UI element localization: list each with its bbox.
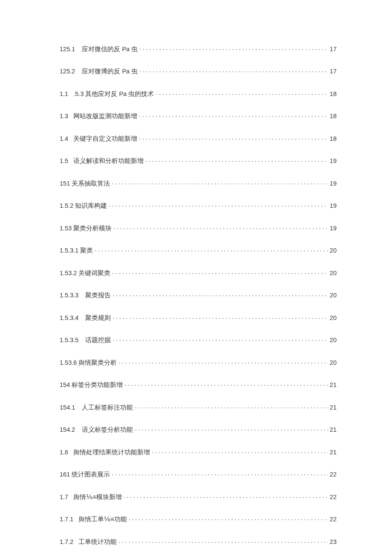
toc-leader-dots <box>139 67 328 74</box>
toc-leader-dots <box>112 471 328 477</box>
toc-gap <box>75 46 82 52</box>
toc-leader-dots <box>118 538 328 544</box>
toc-gap <box>68 90 73 97</box>
toc-list: 125.1 应对微信的反 Pa 虫17125.2 应对微博的反 Pa 虫171.… <box>60 45 337 546</box>
toc-entry: 1.5 语义解读和分析功能新增19 <box>60 157 337 166</box>
toc-page-number: 21 <box>330 404 337 411</box>
toc-label: 关键字自定义功能新增 <box>73 135 137 143</box>
toc-entry: 1.5.2 知识库构建19 <box>60 202 337 210</box>
toc-gap <box>68 157 73 164</box>
toc-gap <box>68 449 73 456</box>
toc-number: 125.1 <box>60 46 75 52</box>
toc-number: 151 关系抽取算法 <box>60 180 110 188</box>
toc-entry: 1.53.6 舆情聚类分析20 <box>60 358 337 367</box>
toc-leader-dots <box>135 426 328 432</box>
toc-leader-dots <box>109 202 328 208</box>
toc-label: 工单统计功能 <box>78 538 117 546</box>
toc-number: 1.5.3.4 <box>60 314 78 321</box>
toc-page-number: 17 <box>330 46 337 52</box>
toc-entry: 161 统计图表展示22 <box>60 471 337 479</box>
toc-number: 1.5.3.5 <box>60 337 78 343</box>
toc-leader-dots <box>124 493 328 499</box>
toc-leader-dots <box>118 358 328 365</box>
toc-leader-dots <box>139 112 328 119</box>
toc-leader-dots <box>113 224 328 230</box>
toc-entry: 1.5.3.4 聚类规则20 <box>60 314 337 322</box>
toc-number: 1.7.2 <box>60 538 73 545</box>
toc-page-number: 23 <box>330 538 337 545</box>
toc-page-number: 19 <box>330 157 337 164</box>
toc-page-number: 19 <box>330 180 337 187</box>
toc-number: 1.5 <box>60 157 68 164</box>
toc-leader-dots <box>129 515 328 522</box>
toc-label: 人工标签标注功能 <box>82 404 133 412</box>
toc-number: 1.5.3.1 聚类 <box>60 247 93 255</box>
toc-label: 聚类报告 <box>85 291 111 299</box>
toc-page-number: 22 <box>330 494 337 500</box>
toc-leader-dots <box>124 381 328 387</box>
toc-number: 1.6 <box>60 449 68 456</box>
toc-entry: 151 关系抽取算法19 <box>60 179 337 188</box>
toc-page-number: 18 <box>330 113 337 119</box>
toc-label: 网站改版监测功能新增 <box>73 112 137 120</box>
toc-leader-dots <box>112 291 328 298</box>
toc-leader-dots <box>95 247 328 253</box>
toc-entry: 1.3 网站改版监测功能新增18 <box>60 112 337 121</box>
toc-leader-dots <box>139 134 328 141</box>
toc-entry: 154 标签分类功能新增21 <box>60 381 337 389</box>
toc-page-number: 20 <box>330 292 337 299</box>
toc-entry: 1.1 .5.3 其他应对反 Pa 虫的技术18 <box>60 90 337 98</box>
toc-gap <box>75 426 82 433</box>
toc-page-number: 20 <box>330 314 337 321</box>
toc-number: 1.53.6 舆情聚类分析 <box>60 359 117 367</box>
toc-number: 1.5.2 知识库构建 <box>60 202 107 210</box>
toc-leader-dots <box>112 336 328 343</box>
toc-number: 1.7.1 <box>60 516 73 523</box>
toc-entry: 125.2 应对微博的反 Pa 虫17 <box>60 67 337 76</box>
toc-gap <box>78 314 85 321</box>
toc-entry: 1.53 聚类分析模块19 <box>60 224 337 232</box>
toc-label: 舆情⅟₈≡模块新增 <box>73 493 121 501</box>
toc-entry: 1.4 关键字自定义功能新增18 <box>60 134 337 143</box>
toc-number: 1.53.2 关键词聚类 <box>60 269 110 277</box>
toc-number: 154 标签分类功能新增 <box>60 381 123 389</box>
toc-page-number: 21 <box>330 426 337 433</box>
toc-page-number: 21 <box>330 449 337 456</box>
toc-number: 1.3 <box>60 113 68 119</box>
toc-leader-dots <box>135 403 328 410</box>
toc-gap <box>73 538 78 545</box>
toc-number: 1.4 <box>60 135 68 142</box>
toc-page-number: 18 <box>330 90 337 97</box>
toc-gap <box>75 68 82 75</box>
toc-leader-dots <box>145 157 328 163</box>
toc-page-number: 22 <box>330 471 337 478</box>
toc-page-number: 20 <box>330 270 337 276</box>
toc-leader-dots <box>152 448 328 454</box>
toc-page-number: 20 <box>330 337 337 343</box>
toc-entry: 1.5.3.5 话题挖掘20 <box>60 336 337 345</box>
toc-number: 1.53 聚类分析模块 <box>60 224 112 232</box>
toc-label: 舆情工单⅟₈≡功能 <box>78 515 127 523</box>
toc-gap <box>73 516 78 523</box>
toc-label: 舆情处理结果统计功能新增 <box>73 448 150 456</box>
toc-leader-dots <box>139 45 328 51</box>
toc-leader-dots <box>156 90 328 96</box>
toc-gap <box>68 135 73 142</box>
toc-entry: 154.1 人工标签标注功能21 <box>60 403 337 412</box>
toc-label: 应对微信的反 Pa 虫 <box>82 45 138 53</box>
toc-page-number: 17 <box>330 68 337 75</box>
toc-entry: 1.7 舆情⅟₈≡模块新增22 <box>60 493 337 501</box>
toc-gap <box>75 404 82 411</box>
toc-entry: 1.6 舆情处理结果统计功能新增21 <box>60 448 337 456</box>
toc-number: 1.7 <box>60 494 68 500</box>
toc-page-number: 20 <box>330 247 337 254</box>
toc-gap <box>78 337 85 343</box>
toc-page-number: 18 <box>330 135 337 142</box>
toc-label: .5.3 其他应对反 Pa 虫的技术 <box>73 90 154 98</box>
toc-gap <box>78 292 85 299</box>
toc-page-number: 22 <box>330 516 337 523</box>
toc-entry: 1.5.3.3 聚类报告20 <box>60 291 337 300</box>
toc-label: 应对微博的反 Pa 虫 <box>82 67 138 76</box>
toc-gap <box>68 494 73 500</box>
toc-label: 话题挖掘 <box>85 336 111 344</box>
